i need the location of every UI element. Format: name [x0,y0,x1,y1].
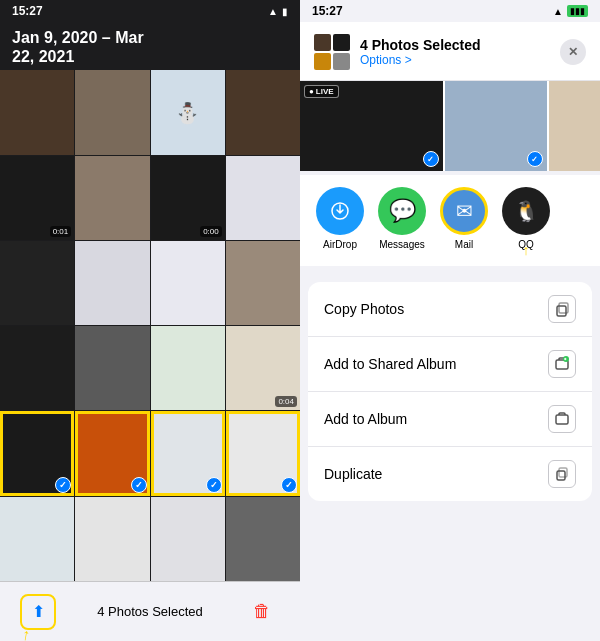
selected-photo-3[interactable] [549,81,600,171]
share-title: 4 Photos Selected [360,37,481,53]
grid-cell[interactable]: 0:00 [151,156,225,240]
delete-button[interactable]: 🗑 [244,594,280,630]
grid-cell[interactable] [0,241,74,325]
duration-badge: 0:01 [50,226,72,237]
share-header: 4 Photos Selected Options > ✕ [300,22,600,81]
duration-badge: 0:00 [200,226,222,237]
grid-cell[interactable] [75,70,149,154]
grid-cell[interactable] [226,497,300,581]
share-options-link[interactable]: Options > [360,53,481,67]
copy-photos-icon [548,295,576,323]
svg-rect-7 [559,468,567,477]
grid-cell[interactable] [75,156,149,240]
airdrop-icon [316,187,364,235]
grid-cell[interactable] [151,326,225,410]
messages-item[interactable]: 💬 Messages [378,187,426,250]
grid-cell[interactable] [75,241,149,325]
duplicate-icon [548,460,576,488]
wifi-icon-right: ▲ [553,6,563,17]
add-to-album-icon [548,405,576,433]
battery-icon-right: ▮▮▮ [567,5,588,17]
duplicate-action[interactable]: Duplicate [308,447,592,501]
status-bar-left: 15:27 ▲ ▮ [0,0,300,22]
status-bar-right: 15:27 ▲ ▮▮▮ [300,0,600,22]
grid-cell[interactable]: 0:01 [0,156,74,240]
grid-cell[interactable] [151,241,225,325]
action-list: Copy Photos Add to Shared Album [308,282,592,501]
selected-check-1 [423,151,439,167]
copy-photos-action[interactable]: Copy Photos [308,282,592,337]
share-icon: ⬆ [32,602,45,621]
right-panel: 15:27 ▲ ▮▮▮ 4 Photos Selected Options > [300,0,600,641]
wifi-icon: ▲ [268,6,278,17]
mail-item[interactable]: ✉ Mail [440,187,488,250]
grid-cell[interactable] [226,241,300,325]
grid-cell[interactable] [75,326,149,410]
grid-cell[interactable] [0,497,74,581]
share-thumb-1 [314,34,331,51]
selected-photo-2[interactable] [445,81,547,171]
selected-check-2 [527,151,543,167]
svg-rect-6 [557,471,565,480]
share-thumb-4 [333,53,350,70]
photos-selected-label: 4 Photos Selected [97,604,203,619]
qq-item[interactable]: 🐧 QQ ↑ [502,187,550,250]
duration-badge: 0:04 [275,396,297,407]
grid-cell[interactable] [151,497,225,581]
grid-cell[interactable] [226,156,300,240]
grid-cell[interactable] [0,326,74,410]
grid-cell-selected[interactable] [151,411,225,495]
selection-check [55,477,71,493]
svg-rect-5 [556,415,568,424]
grid-cell-selected[interactable] [75,411,149,495]
share-thumb-3 [314,53,331,70]
grid-cell-selected[interactable] [0,411,74,495]
live-badge: ●LIVE [304,85,339,98]
selection-check [206,477,222,493]
mail-icon: ✉ [440,187,488,235]
grid-cell[interactable]: 0:04 [226,326,300,410]
selection-check [131,477,147,493]
share-sheet: 4 Photos Selected Options > ✕ ●LIVE [300,22,600,641]
grid-cell[interactable] [75,497,149,581]
share-thumbnails [314,34,350,70]
qq-icon: 🐧 [502,187,550,235]
grid-cell[interactable]: ⛄ [151,70,225,154]
trash-icon: 🗑 [253,601,271,622]
grid-cell[interactable] [0,70,74,154]
date-range: Jan 9, 2020 – Mar 22, 2021 [12,28,288,66]
add-to-album-action[interactable]: Add to Album [308,392,592,447]
grid-cell[interactable] [226,70,300,154]
messages-label: Messages [379,239,425,250]
selection-check [281,477,297,493]
grid-cell-selected[interactable] [226,411,300,495]
add-to-shared-album-action[interactable]: Add to Shared Album [308,337,592,392]
share-header-info: 4 Photos Selected Options > [314,34,481,70]
left-header: Jan 9, 2020 – Mar 22, 2021 [0,22,300,70]
selected-photos-preview: ●LIVE [300,81,600,171]
battery-icon: ▮ [282,6,288,17]
status-time-left: 15:27 [12,4,43,18]
photo-grid[interactable]: ⛄ 0:01 0:00 0:04 [0,70,300,581]
close-icon: ✕ [568,45,578,59]
share-button[interactable]: ⬆ [20,594,56,630]
app-icons-row: AirDrop 💬 Messages ✉ Mail 🐧 [300,175,600,258]
close-button[interactable]: ✕ [560,39,586,65]
add-to-shared-album-icon [548,350,576,378]
status-icons-right: ▲ ▮▮▮ [553,5,588,17]
airdrop-label: AirDrop [323,239,357,250]
left-bottom-bar: ⬆ ↑ 4 Photos Selected 🗑 [0,581,300,641]
selected-photo-1[interactable]: ●LIVE [300,81,443,171]
duplicate-label: Duplicate [324,466,382,482]
mail-label: Mail [455,239,473,250]
live-icon: ● [309,87,314,96]
left-panel: 15:27 ▲ ▮ Jan 9, 2020 – Mar 22, 2021 ⛄ 0… [0,0,300,641]
airdrop-item[interactable]: AirDrop [316,187,364,250]
copy-photos-label: Copy Photos [324,301,404,317]
messages-icon: 💬 [378,187,426,235]
share-thumb-2 [333,34,350,51]
add-to-shared-album-label: Add to Shared Album [324,356,456,372]
add-to-album-label: Add to Album [324,411,407,427]
status-icons-left: ▲ ▮ [268,6,288,17]
share-title-area: 4 Photos Selected Options > [360,37,481,67]
